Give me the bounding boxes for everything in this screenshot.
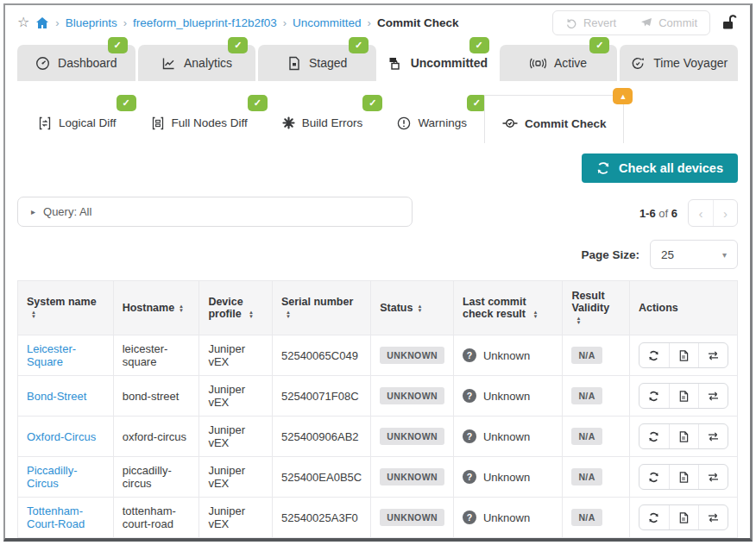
subtab-label: Warnings <box>418 116 467 129</box>
result-validity-badge: N/A <box>571 509 602 526</box>
hostname-cell: oxford-circus <box>113 417 199 457</box>
compare-button[interactable] <box>698 505 728 529</box>
check-all-devices-button[interactable]: Check all devices <box>582 153 738 183</box>
view-report-button[interactable] <box>669 505 698 529</box>
tab-dashboard[interactable]: Dashboard ✓ <box>17 45 135 81</box>
table-body: Leicester-Square leicester-square Junipe… <box>18 335 738 542</box>
breadcrumb-link-uncommitted[interactable]: Uncommitted <box>293 16 362 29</box>
query-panel[interactable]: ▸ Query: All <box>17 197 413 227</box>
subtab-full-nodes-diff[interactable]: Full Nodes Diff ✓ <box>134 95 265 143</box>
tab-time-voyager[interactable]: Time Voyager <box>620 45 738 81</box>
pagination-controls: ‹ › <box>688 199 738 227</box>
status-warning-badge: ▲ <box>613 88 633 104</box>
status-ok-badge: ✓ <box>589 37 609 53</box>
row-actions <box>639 342 728 368</box>
sort-icon[interactable]: ▲▼ <box>532 310 538 319</box>
serial-number-cell: 52540025A3F0 <box>272 498 370 538</box>
serial-number-cell: 525400EA0B5C <box>272 457 370 498</box>
pagination: 1-6 of 6 ‹ › <box>639 197 738 227</box>
expand-arrow-icon[interactable]: ▸ <box>31 207 35 216</box>
subtab-label: Commit Check <box>525 117 607 130</box>
result-validity-badge: N/A <box>571 347 602 364</box>
caret-down-icon: ▾ <box>722 250 727 260</box>
col-result-validity[interactable]: Result Validity ▲▼ <box>563 281 630 335</box>
row-actions <box>639 383 728 409</box>
system-name-link[interactable]: Tottenham-Court-Road <box>27 504 85 530</box>
favorite-star-icon[interactable]: ☆ <box>17 16 29 29</box>
recheck-button[interactable] <box>639 424 669 448</box>
prev-page-button[interactable]: ‹ <box>689 200 713 226</box>
serial-number-cell: 52540071F08C <box>272 376 370 417</box>
sort-icon[interactable]: ▲▼ <box>576 316 581 325</box>
tab-label: Staged <box>309 56 347 70</box>
recheck-button[interactable] <box>639 384 669 408</box>
result-validity-badge: N/A <box>571 387 602 404</box>
sort-icon[interactable]: ▲▼ <box>249 310 254 319</box>
device-profile-cell: Juniper vEX <box>199 376 273 417</box>
breadcrumb-separator: › <box>123 16 127 29</box>
sort-icon[interactable]: ▲▼ <box>286 310 291 319</box>
hostname-cell: leicester-square <box>113 335 199 376</box>
subtab-build-errors[interactable]: Build Errors ✓ <box>265 95 381 143</box>
breadcrumb-current: Commit Check <box>377 16 459 29</box>
sort-icon[interactable]: ▲▼ <box>179 304 184 313</box>
subtab-commit-check[interactable]: Commit Check ▲ <box>484 95 625 143</box>
status-ok-badge: ✓ <box>108 37 128 53</box>
system-name-link[interactable]: Piccadilly-Circus <box>27 464 78 490</box>
tab-uncommitted[interactable]: Uncommitted ✓ <box>379 45 497 81</box>
table-header-row: System name▲▼ Hostname▲▼ Device profile … <box>18 281 738 335</box>
next-page-button[interactable]: › <box>713 200 737 226</box>
tab-analytics[interactable]: Analytics ✓ <box>138 45 256 81</box>
view-report-button[interactable] <box>669 424 698 448</box>
col-serial-number[interactable]: Serial number ▲▼ <box>272 281 370 335</box>
page-size-label: Page Size: <box>581 248 639 261</box>
subtab-logical-diff[interactable]: Logical Diff ✓ <box>21 95 134 143</box>
page-size-value: 25 <box>661 248 674 261</box>
tab-label: Analytics <box>184 56 232 70</box>
system-name-link[interactable]: Bond-Street <box>27 390 86 403</box>
app-window: ☆ › Blueprints › freeform_blueprint-f12b… <box>3 3 753 542</box>
recheck-button[interactable] <box>639 505 669 529</box>
view-report-button[interactable] <box>669 384 698 408</box>
subtab-warnings[interactable]: Warnings ✓ <box>380 95 484 143</box>
unlock-icon[interactable] <box>719 13 738 32</box>
view-report-button[interactable] <box>669 465 698 489</box>
compare-button[interactable] <box>698 465 728 489</box>
device-profile-cell: Juniper vEX <box>199 538 273 542</box>
tab-staged[interactable]: Staged ✓ <box>258 45 376 81</box>
tab-label: Active <box>554 56 587 70</box>
col-system-name[interactable]: System name▲▼ <box>18 281 114 335</box>
compare-button[interactable] <box>698 384 728 408</box>
commit-label: Commit <box>658 16 697 29</box>
subtab-label: Full Nodes Diff <box>172 116 248 129</box>
breadcrumb-link-blueprints[interactable]: Blueprints <box>66 16 117 29</box>
recheck-button[interactable] <box>639 343 669 367</box>
col-status[interactable]: Status▲▼ <box>371 281 454 335</box>
breadcrumb-separator: › <box>283 16 287 29</box>
commit-button[interactable]: Commit <box>628 11 709 34</box>
sort-icon[interactable]: ▲▼ <box>31 310 36 319</box>
home-icon[interactable] <box>35 16 49 29</box>
col-device-profile[interactable]: Device profile ▲▼ <box>199 281 273 335</box>
hostname-cell: green-park <box>113 538 199 542</box>
result-validity-badge: N/A <box>571 428 602 445</box>
col-actions: Actions <box>629 281 737 335</box>
compare-button[interactable] <box>698 343 728 367</box>
col-hostname[interactable]: Hostname▲▼ <box>113 281 199 335</box>
system-name-link[interactable]: Leicester-Square <box>27 342 76 368</box>
tab-label: Dashboard <box>58 56 117 70</box>
system-name-link[interactable]: Oxford-Circus <box>27 430 96 443</box>
device-profile-cell: Juniper vEX <box>199 417 273 457</box>
revert-button[interactable]: Revert <box>553 11 628 34</box>
sort-icon[interactable]: ▲▼ <box>417 304 422 313</box>
question-mark-icon: ? <box>463 429 476 443</box>
page-size-select[interactable]: 25 ▾ <box>650 240 738 269</box>
view-report-button[interactable] <box>669 343 698 367</box>
hostname-cell: bond-street <box>113 376 199 417</box>
recheck-button[interactable] <box>639 465 669 489</box>
breadcrumb-link-blueprint-name[interactable]: freeform_blueprint-f12b2f03 <box>133 16 277 29</box>
compare-button[interactable] <box>698 424 728 448</box>
tab-active[interactable]: Active ✓ <box>500 45 618 81</box>
col-last-commit-check-result[interactable]: Last commit check result ▲▼ <box>453 281 562 335</box>
breadcrumb-separator: › <box>368 16 371 29</box>
